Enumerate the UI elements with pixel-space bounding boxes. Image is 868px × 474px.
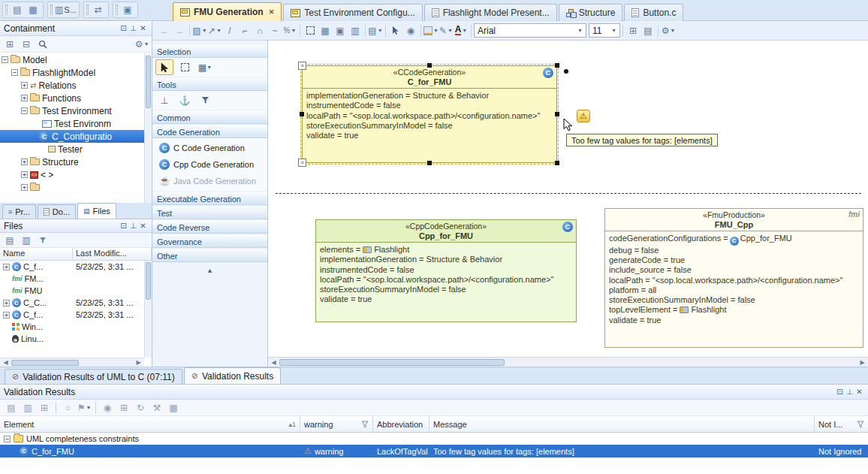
pin-panel-icon[interactable]: ⊥	[128, 24, 138, 32]
smart-manipulator-dot[interactable]	[564, 69, 568, 74]
curved-path-button[interactable]: ∩	[252, 23, 267, 38]
report-button[interactable]: ▤	[640, 23, 656, 38]
columns-button[interactable]: ▥	[20, 400, 35, 415]
pin-panel-icon[interactable]: ⊥	[845, 388, 854, 396]
close-panel-icon[interactable]: ✕	[854, 388, 864, 396]
palette-section-code-generation[interactable]: Code Generation	[152, 125, 267, 138]
collapse-icon[interactable]: −	[2, 56, 8, 63]
scrollbar-thumb[interactable]	[146, 56, 151, 108]
back-button[interactable]: ←	[157, 23, 172, 38]
expand-icon[interactable]: +	[3, 312, 10, 319]
dashed-separator-line[interactable]	[276, 193, 861, 194]
file-row[interactable]: Linu...	[0, 333, 152, 345]
scrollbar-thumb[interactable]	[146, 262, 151, 300]
tab-properties[interactable]: ≡ Pr...	[2, 204, 36, 219]
magnet-tool-button[interactable]: ⚓	[176, 92, 194, 108]
file-row[interactable]: +C_f... 5/23/25, 3:31 ...	[0, 261, 152, 273]
expand-icon[interactable]: +	[21, 159, 28, 165]
palette-section-selection[interactable]: Selection	[152, 45, 267, 58]
palette-item-c-code-generation[interactable]: C Code Generation	[152, 140, 267, 156]
class-c-for-fmu[interactable]: «CCodeGeneration» C_for_FMU implementati…	[302, 65, 557, 163]
swimlane-tool-button[interactable]	[196, 92, 214, 108]
rectilinear-path-button[interactable]: ⌐	[237, 23, 252, 38]
pointer-tool-button[interactable]	[155, 59, 173, 75]
validation-result-row[interactable]: C_for_FMU ⚠ warning LackOfTagVal Too few…	[0, 445, 868, 457]
show-hide-button[interactable]: ◉	[403, 23, 418, 38]
palette-section-governance[interactable]: Governance	[152, 235, 267, 248]
collapse-all-button[interactable]: ⊟	[19, 37, 34, 52]
column-header-not-ignored[interactable]: Not I...	[815, 416, 868, 433]
new-document-button[interactable]: ▤▼	[368, 23, 383, 38]
expand-all-button[interactable]: ⊞	[2, 37, 17, 52]
tab-flashlight-model-presentation[interactable]: Flashlight Model Present...	[424, 4, 557, 21]
collapse-icon[interactable]: −	[4, 436, 11, 442]
validation-options-button[interactable]: ⚒	[149, 400, 164, 415]
tree-item-test-environm-diagram[interactable]: Test Environm	[0, 117, 144, 130]
multi-select-button[interactable]: ▦▼	[196, 59, 214, 75]
font-family-select[interactable]: Arial ▼	[474, 23, 586, 38]
column-header-last-modified[interactable]: Last Modific...	[73, 248, 152, 260]
file-row[interactable]: +C_C... 5/23/25, 3:31 ...	[0, 297, 152, 309]
fullscreen-button[interactable]: ▣	[120, 2, 135, 17]
forward-button[interactable]: →	[172, 23, 187, 38]
grid-button[interactable]: ▦	[318, 23, 333, 38]
fill-color-button[interactable]: ▼	[423, 23, 439, 38]
tree-item-relations[interactable]: + ⇄ Relations	[0, 79, 144, 92]
open-report-button[interactable]: ▦	[166, 400, 181, 415]
expand-icon[interactable]: +	[21, 171, 28, 178]
tab-validation-results-uml-to-c[interactable]: ⊘ Validation Results of UML to C (07:11)	[5, 369, 182, 384]
resize-handle-n[interactable]	[427, 63, 432, 68]
class-fmu-cpp[interactable]: «FmuProduction» FMU_Cpp codeGenerationCo…	[604, 208, 863, 348]
file-row[interactable]: +C_f... 5/23/25, 3:31 ...	[0, 309, 152, 321]
files-view-button[interactable]: ▥	[19, 233, 34, 248]
tab-documentation[interactable]: Do...	[38, 204, 76, 219]
palette-section-common[interactable]: Common	[152, 111, 267, 124]
resize-handle-ne[interactable]	[555, 63, 559, 68]
grip-handle[interactable]	[5, 5, 8, 15]
resize-handle-w[interactable]	[300, 112, 304, 116]
content-frame-button[interactable]: ▥	[348, 23, 363, 38]
tab-validation-results[interactable]: ⊘ Validation Results	[184, 367, 281, 384]
grip-handle[interactable]	[50, 5, 53, 15]
ignore-button[interactable]: ◉	[100, 400, 115, 415]
tree-item-functions[interactable]: + Functions	[0, 92, 144, 104]
sticky-tool-button[interactable]: ⊥	[155, 92, 173, 108]
scrollbar-thumb[interactable]	[279, 359, 505, 366]
expand-icon[interactable]: +	[3, 300, 10, 306]
files-filter-button[interactable]	[35, 233, 50, 248]
tree-item-flashlightmodel[interactable]: − FlashlightModel	[0, 66, 144, 79]
resize-handle-se[interactable]	[555, 161, 559, 165]
tab-button-c[interactable]: Button.c	[624, 4, 683, 21]
tree-item-partial[interactable]: +	[0, 181, 144, 194]
layout-button[interactable]: ⇄	[91, 2, 106, 17]
collapse-icon[interactable]: −	[11, 69, 18, 76]
export-button[interactable]: ▤	[4, 400, 19, 415]
splined-path-button[interactable]: ~	[267, 23, 282, 38]
tab-test-environment-configuration[interactable]: Test Environment Configu...	[283, 4, 422, 21]
column-header-name[interactable]: Name	[0, 248, 73, 260]
palette-scroll-up-icon[interactable]: ▲	[152, 267, 267, 274]
file-row[interactable]: Win...	[0, 321, 152, 333]
filter-icon[interactable]	[361, 421, 369, 428]
grip-handle[interactable]	[86, 5, 89, 15]
collapse-icon[interactable]: −	[21, 107, 28, 114]
expand-nodes-button[interactable]: ⊞	[116, 400, 131, 415]
palette-section-other[interactable]: Other	[152, 249, 267, 262]
tab-files[interactable]: ▤ Files	[77, 203, 116, 219]
close-tab-icon[interactable]: ✕	[269, 8, 275, 16]
float-panel-icon[interactable]: ⊡	[835, 388, 845, 396]
expand-icon[interactable]: +	[21, 184, 28, 191]
scroll-right-icon[interactable]: ▶	[133, 359, 144, 366]
file-row[interactable]: FM...	[0, 273, 152, 285]
compartment-handle-icon[interactable]: ≡	[298, 62, 306, 70]
column-header-element[interactable]: Element ▴1	[0, 416, 300, 433]
tree-item-profile[interactable]: + <> < >	[0, 168, 144, 181]
float-panel-icon[interactable]: ⊡	[119, 24, 128, 32]
grip-handle[interactable]	[116, 5, 118, 15]
search-button[interactable]	[35, 37, 50, 52]
close-panel-icon[interactable]: ✕	[138, 222, 148, 230]
validation-group-row[interactable]: − UML completeness constraints	[0, 433, 868, 445]
palette-section-code-reverse[interactable]: Code Reverse	[152, 221, 267, 234]
column-header-message[interactable]: Message	[429, 416, 815, 433]
tab-fmu-generation[interactable]: FMU Generation ✕	[173, 2, 282, 21]
